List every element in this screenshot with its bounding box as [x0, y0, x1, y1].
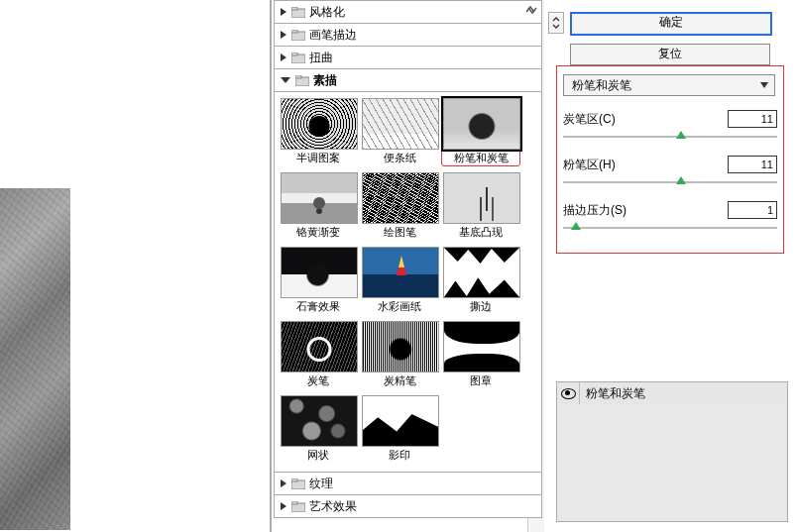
param-chalk-value[interactable]: [728, 156, 777, 173]
eye-icon: [561, 388, 576, 399]
thumb-label: 水彩画纸: [362, 300, 437, 313]
svg-rect-11: [291, 501, 297, 504]
slider-thumb-icon[interactable]: [676, 176, 686, 184]
thumb-label: 基底凸现: [443, 226, 518, 239]
collapse-toggle[interactable]: [548, 12, 564, 34]
effect-layer-panel: 粉笔和炭笔: [556, 381, 788, 522]
chevron-right-icon: [281, 479, 286, 487]
param-chalk-slider[interactable]: [563, 177, 777, 187]
chevron-right-icon: [281, 31, 286, 39]
param-chalk-area: 粉笔区(H): [563, 156, 777, 187]
chevron-right-icon: [281, 53, 286, 61]
thumb-stamp[interactable]: 图章: [443, 321, 518, 387]
thumb-conte[interactable]: 炭精笔: [362, 321, 437, 387]
category-artistic[interactable]: 艺术效果: [274, 495, 542, 518]
thumb-basrelief[interactable]: 基底凸现: [443, 172, 518, 239]
category-label: 艺术效果: [309, 498, 357, 515]
svg-rect-1: [291, 7, 297, 10]
folder-icon: [291, 479, 305, 489]
category-label: 风格化: [309, 4, 345, 21]
chevron-up-down-icon: [552, 17, 560, 29]
folder-icon: [291, 53, 305, 63]
category-label: 素描: [313, 72, 337, 89]
svg-rect-7: [295, 75, 301, 78]
thumb-label: 铬黄渐变: [281, 226, 356, 239]
preview-pane: [0, 0, 228, 532]
chevron-down-icon: [281, 77, 290, 83]
thumb-label: 便条纸: [362, 152, 437, 164]
thumb-label: 粉笔和炭笔: [443, 152, 518, 164]
folder-icon: [291, 7, 305, 18]
thumb-halftone[interactable]: 半调图案: [281, 98, 356, 164]
category-brushstrokes[interactable]: 画笔描边: [274, 24, 542, 47]
param-pressure-value[interactable]: [728, 201, 777, 219]
category-sketch[interactable]: 素描: [274, 69, 542, 92]
thumb-torn[interactable]: 撕边: [443, 247, 518, 313]
layer-name: 粉笔和炭笔: [580, 385, 645, 402]
visibility-toggle[interactable]: [557, 382, 580, 404]
category-stylize[interactable]: 风格化: [274, 0, 542, 24]
filter-params-group: 粉笔和炭笔 炭笔区(C) 粉笔区(H) 描边压力(S): [556, 65, 784, 254]
param-label: 描边压力(S): [563, 202, 626, 219]
thumb-label: 网状: [281, 449, 356, 462]
category-distort[interactable]: 扭曲: [274, 47, 542, 69]
svg-rect-9: [291, 479, 297, 481]
filter-dropdown[interactable]: 粉笔和炭笔: [563, 74, 775, 96]
layer-preview: [557, 404, 787, 521]
slider-thumb-icon[interactable]: [676, 131, 686, 139]
filter-gallery-panel: 风格化 画笔描边 扭曲 素描 半调图案 便条纸 粉笔和炭笔 铬黄渐变: [270, 0, 545, 532]
sketch-thumbs: 半调图案 便条纸 粉笔和炭笔 铬黄渐变 绘图笔 基底凸现 石膏效果 水彩画纸 撕…: [274, 92, 542, 473]
slider-thumb-icon[interactable]: [571, 222, 581, 230]
param-charcoal-value[interactable]: [728, 110, 777, 128]
thumb-label: 绘图笔: [362, 226, 437, 239]
thumb-chalk-charcoal[interactable]: 粉笔和炭笔: [443, 98, 518, 164]
folder-icon: [291, 501, 305, 512]
thumb-label: 撕边: [443, 300, 518, 313]
thumb-graphicpen[interactable]: 绘图笔: [362, 172, 437, 239]
param-label: 粉笔区(H): [563, 157, 616, 173]
param-charcoal-area: 炭笔区(C): [563, 110, 777, 142]
thumb-chrome[interactable]: 铬黄渐变: [281, 172, 356, 239]
folder-icon: [291, 30, 305, 41]
chevron-right-icon: [281, 8, 286, 16]
svg-rect-3: [291, 30, 297, 33]
param-label: 炭笔区(C): [563, 111, 616, 128]
thumb-label: 影印: [362, 449, 437, 462]
param-stroke-pressure: 描边压力(S): [563, 201, 777, 233]
param-pressure-slider[interactable]: [563, 223, 777, 233]
thumb-notepaper[interactable]: 便条纸: [362, 98, 437, 164]
scroll-down-icon[interactable]: [526, 4, 538, 16]
thumb-photocopy[interactable]: 影印: [362, 395, 437, 462]
reset-button[interactable]: 复位: [570, 44, 770, 65]
param-charcoal-slider[interactable]: [563, 132, 777, 142]
category-texture[interactable]: 纹理: [274, 473, 542, 495]
ok-button[interactable]: 确定: [570, 12, 772, 36]
thumb-label: 图章: [443, 374, 518, 387]
dropdown-value: 粉笔和炭笔: [572, 77, 631, 94]
thumb-label: 半调图案: [281, 152, 356, 164]
thumb-charcoal[interactable]: 炭笔: [281, 321, 356, 387]
thumb-label: 石膏效果: [281, 300, 356, 313]
thumb-plaster[interactable]: 石膏效果: [281, 247, 356, 313]
folder-icon: [295, 75, 309, 86]
preview-image: [0, 188, 70, 530]
category-label: 纹理: [309, 476, 333, 492]
thumb-label: 炭笔: [281, 374, 356, 387]
svg-rect-5: [291, 53, 297, 55]
category-label: 扭曲: [309, 50, 333, 66]
thumb-waterpaper[interactable]: 水彩画纸: [362, 247, 437, 313]
thumb-reticulation[interactable]: 网状: [281, 395, 356, 462]
layer-row[interactable]: 粉笔和炭笔: [557, 382, 787, 405]
chevron-right-icon: [281, 502, 286, 510]
thumb-label: 炭精笔: [362, 374, 437, 387]
chevron-down-icon: [760, 82, 768, 88]
options-panel: 确定 复位 粉笔和炭笔 炭笔区(C) 粉笔区(H): [544, 0, 796, 532]
category-label: 画笔描边: [309, 27, 357, 44]
